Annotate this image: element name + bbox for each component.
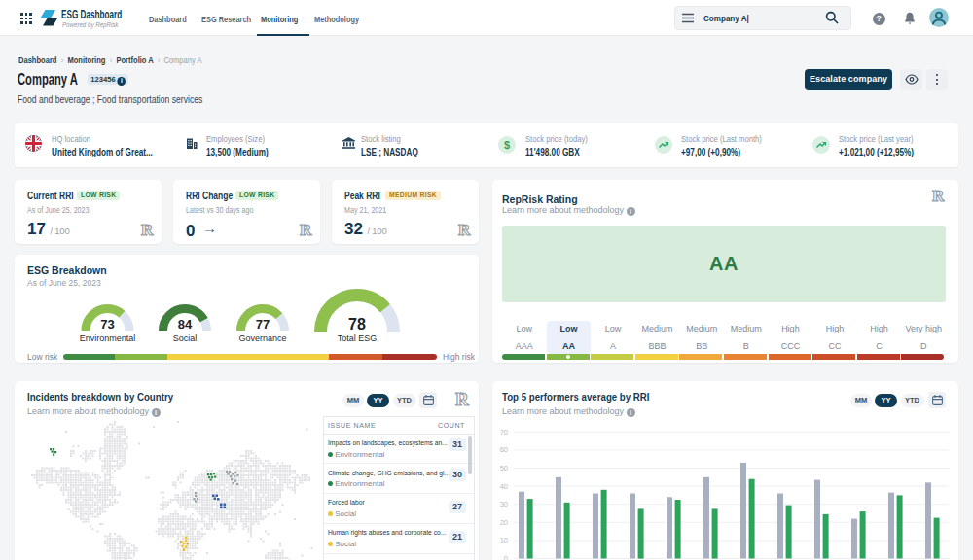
- svg-text:10: 10: [500, 536, 508, 544]
- svg-text:30: 30: [500, 500, 508, 508]
- svg-text:60: 60: [500, 445, 508, 454]
- svg-text:0: 0: [504, 554, 508, 560]
- svg-text:50: 50: [500, 464, 508, 472]
- svg-text:40: 40: [500, 482, 508, 491]
- svg-text:20: 20: [500, 518, 508, 527]
- svg-text:70: 70: [500, 428, 508, 437]
